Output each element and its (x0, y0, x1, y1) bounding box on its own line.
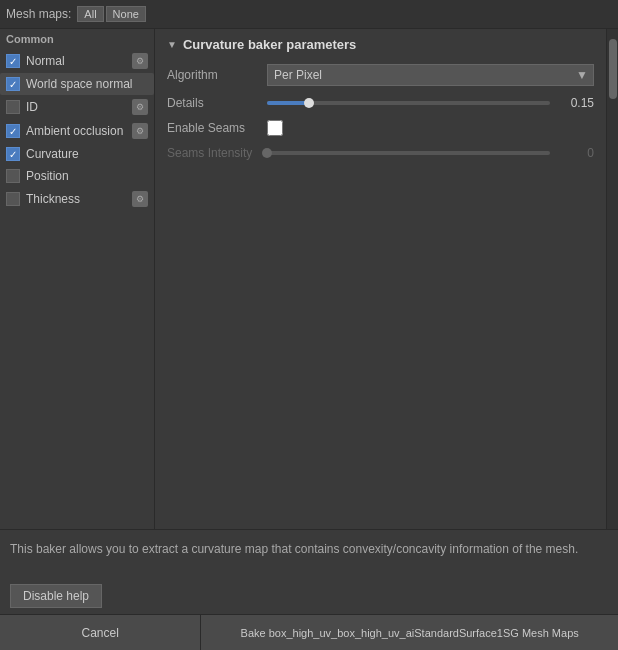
settings-icon-normal[interactable]: ⚙ (132, 53, 148, 69)
details-value: 0.15 (558, 96, 594, 110)
map-label-position: Position (26, 169, 148, 183)
mesh-maps-label: Mesh maps: (6, 7, 71, 21)
details-control: 0.15 (267, 96, 594, 110)
map-label-world-space-normal: World space normal (26, 77, 148, 91)
btn-none[interactable]: None (106, 6, 146, 22)
map-item-curvature[interactable]: Curvature (0, 143, 154, 165)
algorithm-select[interactable]: Per Pixel Mesh Based (267, 64, 594, 86)
map-label-curvature: Curvature (26, 147, 148, 161)
map-item-world-space-normal[interactable]: World space normal (0, 73, 154, 95)
details-slider-fill (267, 101, 309, 105)
btn-all[interactable]: All (77, 6, 103, 22)
map-label-normal: Normal (26, 54, 132, 68)
checkbox-id[interactable] (6, 100, 20, 114)
disable-help-button[interactable]: Disable help (10, 584, 102, 608)
seams-intensity-slider-thumb (262, 148, 272, 158)
param-row-seams-intensity: Seams Intensity 0 (167, 146, 594, 160)
settings-icon-id[interactable]: ⚙ (132, 99, 148, 115)
details-slider-thumb[interactable] (304, 98, 314, 108)
enable-seams-control (267, 120, 594, 136)
seams-intensity-value: 0 (558, 146, 594, 160)
mesh-maps-header: Mesh maps: All None (0, 0, 618, 29)
map-item-position[interactable]: Position (0, 165, 154, 187)
left-panel: Common Normal ⚙ World space normal ID ⚙ (0, 29, 155, 529)
enable-seams-checkbox[interactable] (267, 120, 283, 136)
scrollbar-thumb[interactable] (609, 39, 617, 99)
collapse-icon[interactable]: ▼ (167, 39, 177, 50)
right-scrollbar[interactable] (606, 29, 618, 529)
bake-button[interactable]: Bake box_high_uv_box_high_uv_aiStandardS… (201, 615, 618, 650)
algorithm-dropdown-container: Per Pixel Mesh Based ▼ (267, 64, 594, 86)
checkbox-normal[interactable] (6, 54, 20, 68)
help-text: This baker allows you to extract a curva… (0, 530, 618, 564)
details-label: Details (167, 96, 267, 110)
map-label-ambient-occlusion: Ambient occlusion (26, 124, 132, 138)
details-slider-track[interactable] (267, 101, 550, 105)
map-item-id[interactable]: ID ⚙ (0, 95, 154, 119)
param-row-algorithm: Algorithm Per Pixel Mesh Based ▼ (167, 64, 594, 86)
seams-intensity-control: 0 (267, 146, 594, 160)
checkbox-curvature[interactable] (6, 147, 20, 161)
seams-intensity-slider-track (267, 151, 550, 155)
checkbox-thickness[interactable] (6, 192, 20, 206)
map-item-ambient-occlusion[interactable]: Ambient occlusion ⚙ (0, 119, 154, 143)
map-item-thickness[interactable]: Thickness ⚙ (0, 187, 154, 211)
right-panel-wrapper: ▼ Curvature baker parameters Algorithm P… (155, 29, 618, 529)
map-label-thickness: Thickness (26, 192, 132, 206)
algorithm-control: Per Pixel Mesh Based ▼ (267, 64, 594, 86)
param-row-enable-seams: Enable Seams (167, 120, 594, 136)
settings-icon-thickness[interactable]: ⚙ (132, 191, 148, 207)
checkbox-position[interactable] (6, 169, 20, 183)
settings-icon-ambient-occlusion[interactable]: ⚙ (132, 123, 148, 139)
param-row-details: Details 0.15 (167, 96, 594, 110)
content-area: Common Normal ⚙ World space normal ID ⚙ (0, 29, 618, 529)
main-container: Mesh maps: All None Common Normal ⚙ Worl… (0, 0, 618, 650)
checkbox-ambient-occlusion[interactable] (6, 124, 20, 138)
right-content: ▼ Curvature baker parameters Algorithm P… (155, 29, 606, 529)
map-item-normal[interactable]: Normal ⚙ (0, 49, 154, 73)
panel-title: ▼ Curvature baker parameters (167, 37, 594, 52)
algorithm-label: Algorithm (167, 68, 267, 82)
enable-seams-label: Enable Seams (167, 121, 267, 135)
section-common: Common (0, 29, 154, 49)
map-label-id: ID (26, 100, 132, 114)
panel-title-text: Curvature baker parameters (183, 37, 356, 52)
bottom-section: This baker allows you to extract a curva… (0, 529, 618, 650)
checkbox-world-space-normal[interactable] (6, 77, 20, 91)
left-list: Common Normal ⚙ World space normal ID ⚙ (0, 29, 154, 529)
button-bar: Cancel Bake box_high_uv_box_high_uv_aiSt… (0, 614, 618, 650)
cancel-button[interactable]: Cancel (0, 615, 201, 650)
seams-intensity-label: Seams Intensity (167, 146, 267, 160)
